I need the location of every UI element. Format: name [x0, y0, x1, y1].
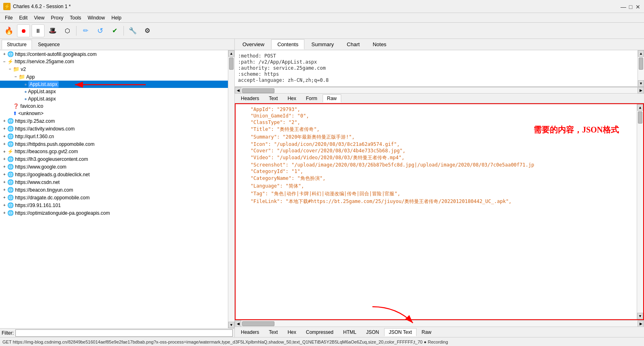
record-button[interactable]: ⏺ [17, 24, 30, 37]
bottom-tab-text[interactable]: Text [264, 328, 282, 336]
toggle-optimization[interactable]: + [2, 211, 7, 215]
tree-item-360[interactable]: + 🌐 http://qurl.f.360.cn [0, 132, 228, 140]
tab-overview[interactable]: Overview [236, 39, 270, 49]
toggle-lh3[interactable]: + [2, 157, 7, 161]
json-horiz-right[interactable]: ▶ [638, 320, 644, 327]
bottom-tab-headers[interactable]: Headers [236, 328, 264, 336]
toggle-25az[interactable]: + [2, 119, 7, 123]
menu-view[interactable]: View [31, 14, 48, 21]
left-scrollbar[interactable]: ▲ ▼ [228, 50, 234, 328]
hex-button[interactable]: ⬡ [61, 24, 74, 37]
subtab-form[interactable]: Form [302, 94, 322, 103]
filter-input[interactable] [15, 329, 233, 337]
tree-item-app[interactable]: − 📁 App [0, 73, 228, 81]
json-horiz-scroll[interactable]: ◀ ▶ [235, 320, 644, 327]
toggle-360[interactable]: + [2, 134, 7, 139]
bottom-tab-compressed[interactable]: Compressed [302, 328, 338, 336]
subtab-hex[interactable]: Hex [283, 94, 300, 103]
menu-edit[interactable]: Edit [16, 14, 31, 21]
toggle-googleads[interactable]: + [2, 172, 7, 177]
tree-item-applist1[interactable]: ● AppList.aspx [0, 81, 228, 88]
tree-item-25az[interactable]: + 🌐 https://p.25az.com [0, 117, 228, 125]
tree-item-unknown[interactable]: ⬆ <unknown> [0, 110, 228, 117]
check-button[interactable]: ✔ [108, 24, 121, 37]
tree-item-googleapis[interactable]: + 🌐 https://content-autofill.googleapis.… [0, 50, 228, 58]
wrench-button[interactable]: 🔧 [126, 24, 139, 37]
horiz-scroll-thumb[interactable] [242, 88, 274, 93]
json-scrollbar[interactable]: ▲ ▼ [637, 104, 643, 319]
tree-item-25game[interactable]: − ⚡ https://service.25game.com [0, 58, 228, 65]
bottom-tab-jsontext[interactable]: JSON Text [384, 328, 416, 336]
request-horiz-scroll[interactable]: ◀ ▶ [235, 87, 644, 94]
toggle-oppomobile[interactable]: + [2, 195, 7, 200]
pen-button[interactable]: ✏ [79, 24, 92, 37]
right-scroll-down[interactable]: ▼ [638, 80, 644, 87]
minimize-button[interactable]: — [621, 4, 626, 9]
right-scroll-track-top[interactable] [638, 57, 644, 80]
maximize-button[interactable]: □ [628, 4, 633, 9]
tree-item-optimization[interactable]: + 🌐 https://optimizationguide-pa.googlea… [0, 209, 228, 217]
tree-item-v2[interactable]: − 📁 v2 [0, 65, 228, 73]
gear-button[interactable]: ⚙ [141, 24, 154, 37]
bottom-tab-raw[interactable]: Raw [417, 328, 436, 336]
hat-button[interactable]: 🎩 [46, 24, 59, 37]
pause-button[interactable]: ⏸ [32, 24, 45, 37]
tree-item-beacons[interactable]: + ⚡ https://beacons.gcp.gvt2.com [0, 148, 228, 155]
toggle-beacons[interactable]: + [2, 150, 7, 154]
scroll-down-btn[interactable]: ▼ [228, 322, 234, 328]
horiz-scroll-track[interactable] [241, 88, 638, 93]
bottom-tab-hex[interactable]: Hex [283, 328, 300, 336]
toggle-activity[interactable]: + [2, 126, 7, 131]
tab-summary[interactable]: Summary [305, 39, 340, 49]
fire-button[interactable]: 🔥 [2, 24, 15, 37]
tree-item-csdn[interactable]: + 🌐 https://www.csdn.net [0, 178, 228, 186]
json-scroll-track[interactable] [637, 111, 643, 313]
json-horiz-thumb[interactable] [242, 321, 274, 326]
menu-help[interactable]: Help [108, 14, 125, 21]
close-button[interactable]: ✕ [635, 4, 641, 9]
json-scroll-up[interactable]: ▲ [637, 104, 643, 111]
menu-proxy[interactable]: Proxy [48, 14, 67, 21]
tab-notes[interactable]: Notes [367, 39, 393, 49]
subtab-text[interactable]: Text [264, 94, 282, 103]
tree-item-activity[interactable]: + 🌐 https://activity.windows.com [0, 125, 228, 132]
tree-item-lh3[interactable]: + 🌐 https://lh3.googleusercontent.com [0, 155, 228, 163]
toggle-httpdns[interactable]: + [2, 142, 7, 146]
tree-item-google[interactable]: + 🌐 https://www.google.com [0, 163, 228, 171]
menu-file[interactable]: File [2, 14, 16, 21]
tab-structure[interactable]: Structure [2, 40, 32, 49]
json-horiz-left[interactable]: ◀ [235, 320, 241, 327]
horiz-scroll-right[interactable]: ▶ [638, 87, 644, 94]
toggle-google[interactable]: + [2, 164, 7, 169]
toggle-25game[interactable]: − [2, 60, 7, 64]
bottom-tab-html[interactable]: HTML [339, 328, 361, 336]
refresh-button[interactable]: ↺ [94, 24, 106, 37]
right-scroll-up[interactable]: ▲ [638, 50, 644, 57]
toggle-googleapis[interactable]: + [2, 52, 7, 56]
subtab-raw[interactable]: Raw [323, 94, 341, 103]
tree-item-applist2[interactable]: ● AppList.aspx [0, 88, 228, 95]
tab-sequence[interactable]: Sequence [33, 40, 65, 49]
tree-item-favicon[interactable]: ❓ favicon.ico [0, 103, 228, 110]
toggle-csdn[interactable]: + [2, 180, 7, 184]
json-scroll-down[interactable]: ▼ [637, 313, 643, 319]
tree-item-oppomobile[interactable]: + 🌐 https://dragate.dc.oppomobile.com [0, 194, 228, 201]
tab-contents[interactable]: Contents [271, 39, 304, 49]
right-top-scrollbar[interactable]: ▲ ▼ [638, 50, 644, 87]
window-controls[interactable]: — □ ✕ [621, 4, 641, 9]
tree-item-tingyun[interactable]: + 🌐 https://beacon.tingyun.com [0, 186, 228, 194]
tab-chart[interactable]: Chart [341, 39, 366, 49]
tree-item-applist3[interactable]: ● AppList.aspx [0, 95, 228, 103]
tree-item-ip[interactable]: + 🌐 https://39.91.161.101 [0, 201, 228, 209]
subtab-headers[interactable]: Headers [236, 94, 264, 103]
right-scroll-thumb-top[interactable] [639, 58, 643, 70]
menu-window[interactable]: Window [85, 14, 108, 21]
menu-tools[interactable]: Tools [67, 14, 85, 21]
json-horiz-track[interactable] [241, 320, 638, 327]
toggle-ip[interactable]: + [2, 203, 7, 207]
bottom-tab-json[interactable]: JSON [361, 328, 383, 336]
tree-item-googleads[interactable]: + 🌐 https://googleads.g.doubleclick.net [0, 171, 228, 178]
tree-item-httpdns[interactable]: + 🌐 https://httpdns.push.oppomobile.com [0, 140, 228, 148]
toggle-tingyun[interactable]: + [2, 188, 7, 192]
scroll-thumb[interactable] [229, 58, 234, 70]
